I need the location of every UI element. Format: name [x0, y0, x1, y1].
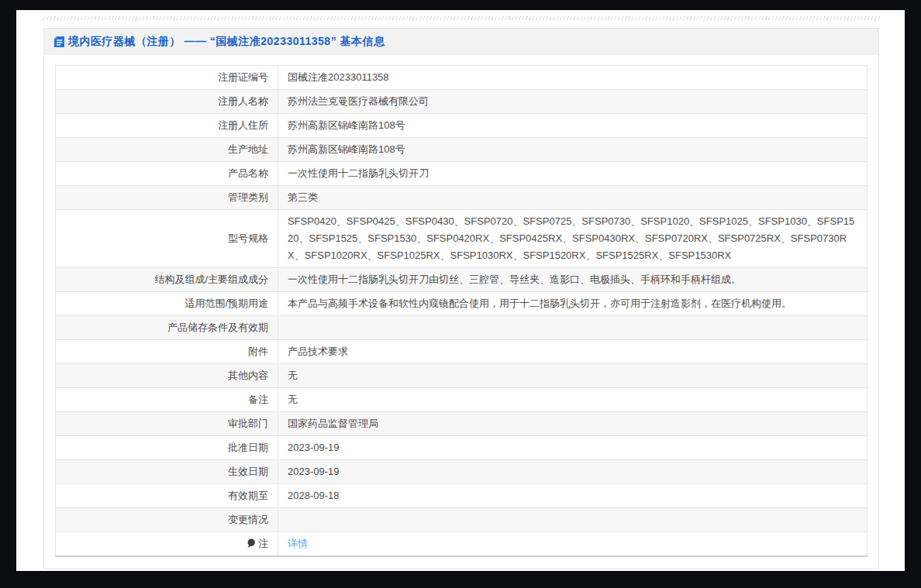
row-value [278, 508, 868, 532]
table-row: 注详情 [56, 532, 868, 557]
row-value: 国械注准20233011358 [278, 66, 868, 90]
table-row: 注册证编号国械注准20233011358 [56, 66, 868, 90]
table-row: 管理类别第三类 [56, 186, 868, 210]
table-row: 有效期至2028-09-18 [56, 484, 868, 508]
detail-link[interactable]: 详情 [288, 538, 308, 549]
table-row: 产品储存条件及有效期 [56, 316, 868, 340]
row-value [278, 316, 868, 340]
row-label: 产品储存条件及有效期 [56, 316, 278, 340]
table-row: 其他内容无 [56, 364, 868, 388]
row-label: 审批部门 [56, 412, 278, 436]
row-label: 批准日期 [56, 436, 278, 460]
table-row: 备注无 [56, 388, 868, 412]
table-row: 批准日期2023-09-19 [56, 436, 868, 460]
table-row: 结构及组成/主要组成成分一次性使用十二指肠乳头切开刀由切丝、三腔管、导丝夹、造影… [56, 268, 868, 292]
row-value: SFSP0420、SFSP0425、SFSP0430、SFSP0720、SFSP… [278, 210, 868, 268]
title-bar: 境内医疗器械（注册） —— “国械注准20233011358” 基本信息 [44, 29, 878, 55]
row-label: 其他内容 [56, 364, 278, 388]
row-value: 苏州高新区锦峰南路108号 [278, 114, 868, 138]
row-label: 变更情况 [56, 508, 278, 532]
table-row: 型号规格SFSP0420、SFSP0425、SFSP0430、SFSP0720、… [56, 210, 868, 268]
note-icon [247, 538, 256, 548]
row-label: 生效日期 [56, 460, 278, 484]
row-value: 2023-09-19 [278, 436, 868, 460]
row-label: 注册人住所 [56, 114, 278, 138]
table-row: 注册人住所苏州高新区锦峰南路108号 [56, 114, 868, 138]
table-row: 注册人名称苏州法兰克曼医疗器械有限公司 [56, 90, 868, 114]
row-value: 第三类 [278, 186, 868, 210]
table-row: 生产地址苏州高新区锦峰南路108号 [56, 138, 868, 162]
row-value: 一次性使用十二指肠乳头切开刀由切丝、三腔管、导丝夹、造影口、电极插头、手柄环和手… [278, 268, 868, 292]
table-row: 适用范围/预期用途本产品与高频手术设备和软性内窥镜配合使用，用于十二指肠乳头切开… [56, 292, 868, 316]
row-label: 型号规格 [56, 210, 278, 268]
row-label: 产品名称 [56, 162, 278, 186]
row-label: 注 [56, 532, 278, 557]
row-label: 适用范围/预期用途 [56, 292, 278, 316]
row-value: 详情 [278, 532, 868, 557]
row-value: 无 [278, 388, 868, 412]
row-label: 附件 [56, 340, 278, 364]
table-row: 审批部门国家药品监督管理局 [56, 412, 868, 436]
row-value: 本产品与高频手术设备和软性内窥镜配合使用，用于十二指肠乳头切开，亦可用于注射造影… [278, 292, 868, 316]
row-value: 苏州法兰克曼医疗器械有限公司 [278, 90, 868, 114]
document-icon [53, 36, 65, 48]
info-table: 注册证编号国械注准20233011358注册人名称苏州法兰克曼医疗器械有限公司注… [55, 65, 868, 557]
row-label: 结构及组成/主要组成成分 [56, 268, 278, 292]
row-label: 注册人名称 [56, 90, 278, 114]
row-label: 备注 [56, 388, 278, 412]
table-row: 附件产品技术要求 [56, 340, 868, 364]
row-value: 产品技术要求 [278, 340, 868, 364]
page-background: 境内医疗器械（注册） —— “国械注准20233011358” 基本信息 注册证… [16, 10, 905, 571]
row-label: 注册证编号 [56, 66, 278, 90]
row-value: 2028-09-18 [278, 484, 868, 508]
row-value: 国家药品监督管理局 [278, 412, 868, 436]
table-row: 变更情况 [56, 508, 868, 532]
row-value: 苏州高新区锦峰南路108号 [278, 138, 868, 162]
page-title: 境内医疗器械（注册） —— “国械注准20233011358” 基本信息 [68, 35, 385, 49]
row-value: 2023-09-19 [278, 460, 868, 484]
row-value: 一次性使用十二指肠乳头切开刀 [278, 162, 868, 186]
content-panel: 境内医疗器械（注册） —— “国械注准20233011358” 基本信息 注册证… [43, 28, 879, 569]
row-label: 有效期至 [56, 484, 278, 508]
table-row: 生效日期2023-09-19 [56, 460, 868, 484]
hatch-accent-strip [41, 16, 880, 20]
row-label: 管理类别 [56, 186, 278, 210]
table-wrapper: 注册证编号国械注准20233011358注册人名称苏州法兰克曼医疗器械有限公司注… [44, 55, 878, 569]
info-table-body: 注册证编号国械注准20233011358注册人名称苏州法兰克曼医疗器械有限公司注… [56, 66, 868, 557]
row-label: 生产地址 [56, 138, 278, 162]
row-value: 无 [278, 364, 868, 388]
table-row: 产品名称一次性使用十二指肠乳头切开刀 [56, 162, 868, 186]
